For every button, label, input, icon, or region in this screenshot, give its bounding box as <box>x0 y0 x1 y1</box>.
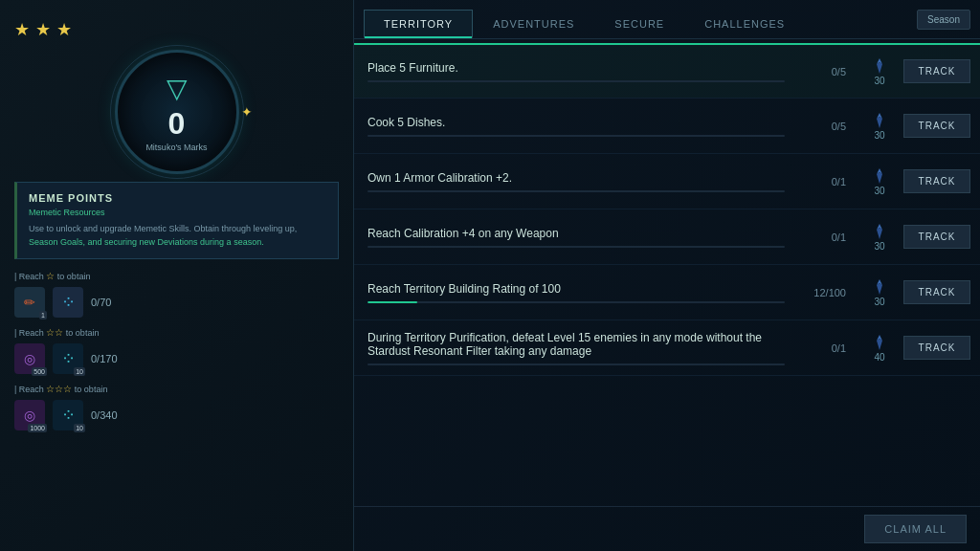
quest-list: Place 5 Furniture.0/5 30 TRACKCook 5 Dis… <box>354 39 980 506</box>
reward-num-3: 30 <box>874 241 884 252</box>
track-button-1[interactable]: TRACK <box>903 114 970 138</box>
season-button[interactable]: Season <box>917 10 970 30</box>
quest-count-1: 0/5 <box>798 121 856 132</box>
quest-count-0: 0/5 <box>798 66 856 77</box>
quest-item-2: Own 1 Armor Calibration +2.0/1 30 TRACK <box>354 154 980 209</box>
tab-challenges[interactable]: CHALLENGES <box>684 10 805 38</box>
meme-title: MEME POINTS <box>29 192 326 204</box>
quest-item-4: Reach Territory Building Rating of 10012… <box>354 265 980 320</box>
reward-progress-1: 0/70 <box>91 297 111 308</box>
quest-content-0: Place 5 Furniture. <box>354 52 798 92</box>
tab-territory[interactable]: TERRITORY <box>364 10 473 38</box>
reach-label-2: | Reach ☆☆ to obtain <box>14 327 339 338</box>
reward-progress-2: 0/170 <box>91 353 118 364</box>
meme-desc: Use to unlock and upgrade Memetic Skills… <box>29 223 326 249</box>
tab-adventures[interactable]: ADVENTURES <box>473 10 594 38</box>
meme-subtitle: Memetic Resources <box>29 208 326 217</box>
quest-content-1: Cook 5 Dishes. <box>354 106 798 146</box>
quest-reward-1: 30 <box>856 111 903 141</box>
quest-content-2: Own 1 Armor Calibration +2. <box>354 162 798 202</box>
track-button-3[interactable]: TRACK <box>903 225 970 249</box>
quest-progress-bar-0 <box>368 80 785 82</box>
emblem-label: Mitsuko's Marks <box>145 143 207 152</box>
right-panel: Season TERRITORY ADVENTURES SECURE CHALL… <box>354 0 980 551</box>
track-button-5[interactable]: TRACK <box>903 336 970 360</box>
reward-icon-purple2: ◎ 1000 <box>14 400 45 430</box>
reward-badge-2b: 10 <box>74 367 85 376</box>
tab-bar: TERRITORY ADVENTURES SECURE CHALLENGES <box>354 0 980 39</box>
quest-progress-fill-4 <box>368 301 417 303</box>
reach-label-3: | Reach ☆☆☆ to obtain <box>14 384 339 394</box>
tab-secure[interactable]: SECURE <box>594 10 684 38</box>
reward-badge-3b: 10 <box>74 424 85 432</box>
track-button-4[interactable]: TRACK <box>903 280 970 304</box>
reach-section-1: | Reach ☆ to obtain ✏ 1 ⁘ 0/70 <box>14 271 339 318</box>
main-container: ★ ★ ★ ▽ 0 Mitsuko's Marks ✦ MEME POINTS … <box>0 0 980 551</box>
left-panel: ★ ★ ★ ▽ 0 Mitsuko's Marks ✦ MEME POINTS … <box>0 0 354 551</box>
emblem-area: ▽ 0 Mitsuko's Marks ✦ <box>14 50 339 174</box>
quest-content-5: During Territory Purification, defeat Le… <box>354 321 798 375</box>
mark-icon-4 <box>870 277 889 297</box>
quest-name-1: Cook 5 Dishes. <box>368 116 785 129</box>
quest-count-5: 0/1 <box>798 342 856 354</box>
emblem-circle: ▽ 0 Mitsuko's Marks <box>115 50 239 174</box>
quest-progress-bar-2 <box>368 190 785 192</box>
stars-row-top: ★ ★ ★ <box>14 19 339 40</box>
quest-name-0: Place 5 Furniture. <box>368 61 785 75</box>
quest-name-2: Own 1 Armor Calibration +2. <box>368 171 785 185</box>
mark-icon-2 <box>870 166 889 186</box>
quest-count-2: 0/1 <box>798 176 856 187</box>
reward-row-3: ◎ 1000 ⁘ 10 0/340 <box>14 400 339 430</box>
quest-progress-bar-3 <box>368 246 785 248</box>
quest-item-5: During Territory Purification, defeat Le… <box>354 320 980 376</box>
mark-icon-1 <box>870 111 889 130</box>
quest-progress-bar-4 <box>368 301 785 303</box>
reach-section-2: | Reach ☆☆ to obtain ◎ 500 ⁘ 10 0/170 <box>14 327 339 374</box>
reward-row-2: ◎ 500 ⁘ 10 0/170 <box>14 343 339 374</box>
mark-icon-5 <box>870 333 889 352</box>
star-2: ★ <box>35 19 51 40</box>
quest-item-0: Place 5 Furniture.0/5 30 TRACK <box>354 43 980 99</box>
quest-reward-2: 30 <box>856 166 903 196</box>
bottom-bar: CLAIM ALL <box>354 506 980 551</box>
connector-star: ✦ <box>241 104 253 120</box>
quest-content-3: Reach Calibration +4 on any Weapon <box>354 217 798 257</box>
star-1: ★ <box>14 19 30 40</box>
quest-reward-3: 30 <box>856 222 903 252</box>
reward-num-1: 30 <box>874 130 884 141</box>
reward-badge-2: 500 <box>32 367 47 376</box>
mark-icon-0 <box>870 56 889 76</box>
quest-count-4: 12/100 <box>798 287 856 298</box>
quest-name-5: During Territory Purification, defeat Le… <box>368 331 785 358</box>
star-3: ★ <box>56 19 72 40</box>
emblem-icon: ▽ <box>167 73 188 104</box>
quest-name-3: Reach Calibration +4 on any Weapon <box>368 227 785 240</box>
quest-progress-bar-5 <box>368 364 785 365</box>
mark-icon-3 <box>870 222 889 241</box>
reward-progress-3: 0/340 <box>91 409 118 421</box>
quest-count-3: 0/1 <box>798 231 856 243</box>
quest-content-4: Reach Territory Building Rating of 100 <box>354 273 798 313</box>
reward-badge-3: 1000 <box>28 424 47 432</box>
quest-item-3: Reach Calibration +4 on any Weapon0/1 30… <box>354 209 980 265</box>
meme-highlight: Season Goals, and securing new Deviation… <box>29 237 264 247</box>
claim-all-button[interactable]: CLAIM ALL <box>864 515 967 543</box>
reward-icon-cyan: ⁘ 10 <box>53 343 83 374</box>
reach-section-3: | Reach ☆☆☆ to obtain ◎ 1000 ⁘ 10 0/340 <box>14 384 339 430</box>
reach-label-1: | Reach ☆ to obtain <box>14 271 339 281</box>
reward-icon-bluedots: ⁘ <box>53 287 83 318</box>
reward-row-1: ✏ 1 ⁘ 0/70 <box>14 287 339 318</box>
quest-reward-4: 30 <box>856 277 903 307</box>
reward-icon-cyan2: ⁘ 10 <box>53 400 83 430</box>
quest-progress-bar-1 <box>368 135 785 137</box>
track-button-0[interactable]: TRACK <box>903 59 970 83</box>
quest-item-1: Cook 5 Dishes.0/5 30 TRACK <box>354 99 980 154</box>
quest-reward-0: 30 <box>856 56 903 86</box>
track-button-2[interactable]: TRACK <box>903 169 970 193</box>
reward-badge-1: 1 <box>39 311 47 320</box>
meme-points-box: MEME POINTS Memetic Resources Use to unl… <box>14 182 339 259</box>
reward-num-0: 30 <box>874 76 884 86</box>
reward-num-2: 30 <box>874 186 884 196</box>
quest-name-4: Reach Territory Building Rating of 100 <box>368 282 785 296</box>
reward-num-4: 30 <box>874 297 884 307</box>
